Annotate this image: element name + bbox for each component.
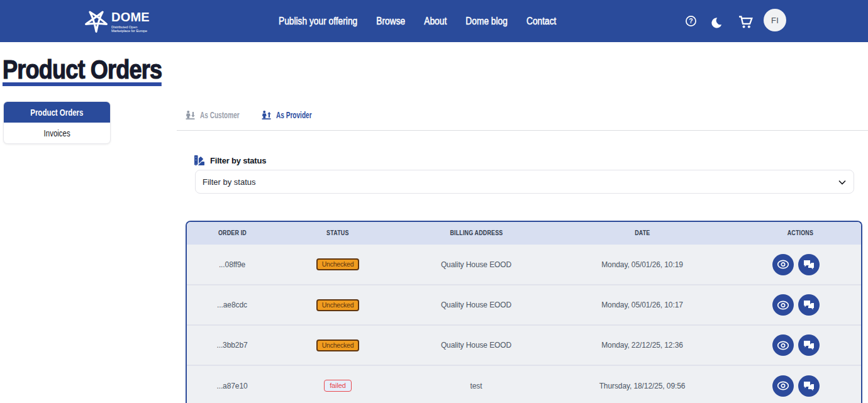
- svg-text:?: ?: [689, 17, 693, 25]
